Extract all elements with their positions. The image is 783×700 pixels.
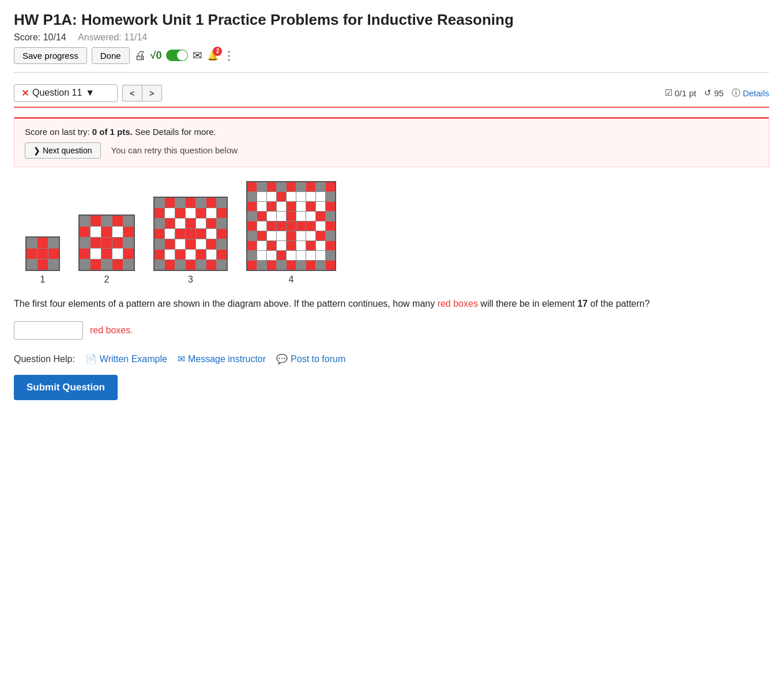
patterns-section: 1 2 bbox=[25, 181, 769, 285]
sqrt-icon[interactable]: √0 bbox=[150, 50, 162, 62]
pattern-1: 1 bbox=[25, 236, 60, 285]
chevron-down-icon: ▼ bbox=[85, 88, 95, 98]
message-instructor-link[interactable]: ✉ Message instructor bbox=[178, 353, 266, 364]
retry-count-item: ↺ 95 bbox=[704, 88, 724, 98]
next-question-row: ❯ Next question You can retry this quest… bbox=[25, 142, 758, 159]
bell-icon[interactable]: 🔔 2 bbox=[207, 50, 219, 61]
retry-text: You can retry this question below bbox=[111, 145, 238, 155]
question-status-x: ✕ bbox=[21, 88, 29, 99]
grid-1 bbox=[25, 236, 60, 271]
question-help: Question Help: 📄 Written Example ✉ Messa… bbox=[14, 353, 769, 364]
question-nav: ✕ Question 11 ▼ < > ☑ 0/1 pt ↺ 95 ⓘ Deta… bbox=[14, 80, 769, 108]
details-item: ⓘ Details bbox=[732, 88, 769, 99]
grid-2 bbox=[78, 214, 135, 271]
done-button[interactable]: Done bbox=[92, 47, 130, 64]
mail-icon-help: ✉ bbox=[178, 353, 185, 364]
answer-input[interactable] bbox=[14, 321, 83, 340]
document-icon: 📄 bbox=[85, 353, 97, 364]
post-to-forum-link[interactable]: 💬 Post to forum bbox=[276, 353, 345, 364]
prev-question-button[interactable]: < bbox=[122, 85, 142, 101]
score-notice: Score on last try: 0 of 1 pts. See Detai… bbox=[14, 117, 769, 167]
bell-badge: 2 bbox=[213, 47, 222, 56]
pattern-4-label: 4 bbox=[289, 274, 294, 285]
score-pts: 0/1 pt bbox=[675, 88, 697, 98]
pattern-3-label: 3 bbox=[188, 274, 193, 285]
toolbar-divider bbox=[14, 72, 769, 73]
score-value: Score: 10/14 bbox=[14, 32, 66, 42]
history-icon: ↺ bbox=[704, 88, 712, 98]
mail-icon[interactable]: ✉ bbox=[193, 48, 202, 62]
pattern-2: 2 bbox=[78, 214, 135, 285]
help-label: Question Help: bbox=[14, 354, 75, 364]
score-notice-text: Score on last try: 0 of 1 pts. See Detai… bbox=[25, 127, 758, 137]
pattern-1-label: 1 bbox=[40, 274, 46, 285]
toolbar: Save progress Done 🖨 √0 ✉ 🔔 2 ⋮ bbox=[14, 47, 769, 64]
print-icon[interactable]: 🖨 bbox=[134, 49, 146, 62]
pattern-3: 3 bbox=[153, 197, 228, 285]
nav-arrows: < > bbox=[122, 85, 162, 101]
save-progress-button[interactable]: Save progress bbox=[14, 47, 87, 64]
forum-icon: 💬 bbox=[276, 353, 288, 364]
checkmark-icon: ☑ bbox=[665, 88, 672, 98]
next-question-button[interactable]: > bbox=[142, 85, 162, 101]
page-title: HW P1A: Homework Unit 1 Practice Problem… bbox=[14, 10, 769, 30]
more-options-icon[interactable]: ⋮ bbox=[223, 48, 235, 62]
question-text: The first four elements of a pattern are… bbox=[14, 296, 769, 311]
question-selector[interactable]: ✕ Question 11 ▼ bbox=[14, 84, 118, 102]
question-score: ☑ 0/1 pt bbox=[665, 88, 697, 98]
answer-row: red boxes. bbox=[14, 321, 769, 340]
details-link[interactable]: Details bbox=[743, 88, 769, 98]
submit-question-button[interactable]: Submit Question bbox=[14, 375, 118, 400]
next-question-button-notice[interactable]: ❯ Next question bbox=[25, 142, 101, 159]
pattern-2-label: 2 bbox=[104, 274, 110, 285]
retry-count: 95 bbox=[714, 88, 724, 98]
answer-suffix: red boxes. bbox=[90, 325, 133, 336]
grid-4 bbox=[246, 181, 336, 271]
score-line: Score: 10/14 Answered: 11/14 bbox=[14, 32, 769, 43]
question-meta: ☑ 0/1 pt ↺ 95 ⓘ Details bbox=[665, 88, 769, 99]
toggle-switch[interactable] bbox=[166, 50, 188, 61]
grid-3 bbox=[153, 197, 228, 271]
info-icon: ⓘ bbox=[732, 88, 740, 99]
pattern-4: 4 bbox=[246, 181, 336, 285]
written-example-link[interactable]: 📄 Written Example bbox=[85, 353, 167, 364]
question-selector-label: Question 11 bbox=[32, 88, 82, 98]
answered-value: Answered: 11/14 bbox=[78, 32, 147, 42]
